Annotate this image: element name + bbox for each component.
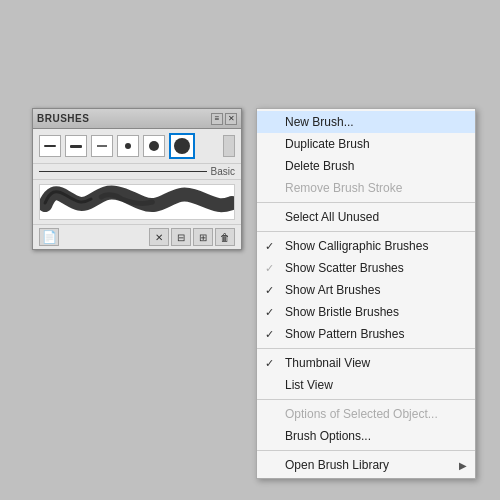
menu-item-show-calligraphic[interactable]: ✓Show Calligraphic Brushes [257, 235, 475, 257]
brushes-panel: BRUSHES ≡ ✕ B [32, 108, 242, 250]
menu-item-label-show-art: Show Art Brushes [285, 283, 380, 297]
duplicate-brush-btn[interactable]: ⊞ [193, 228, 213, 246]
move-brush-btn[interactable]: ⊟ [171, 228, 191, 246]
menu-item-label-show-pattern: Show Pattern Brushes [285, 327, 404, 341]
menu-item-new-brush[interactable]: New Brush... [257, 111, 475, 133]
brush-label-area: Basic [33, 164, 241, 180]
panel-toolbar: 📄 ✕ ⊟ ⊞ 🗑 [33, 224, 241, 249]
panel-titlebar: BRUSHES ≡ ✕ [33, 109, 241, 129]
menu-separator-12 [257, 399, 475, 400]
panel-close-btn[interactable]: ✕ [225, 113, 237, 125]
menu-check-thumbnail-view: ✓ [265, 357, 274, 370]
svg-point-4 [149, 141, 159, 151]
menu-item-label-open-brush-library: Open Brush Library [285, 458, 389, 472]
brush-category-label: Basic [211, 166, 235, 177]
menu-check-show-scatter: ✓ [265, 262, 274, 275]
context-menu: New Brush...Duplicate BrushDelete BrushR… [256, 108, 476, 479]
menu-item-brush-options[interactable]: Brush Options... [257, 425, 475, 447]
menu-item-label-list-view: List View [285, 378, 333, 392]
svg-point-3 [125, 143, 131, 149]
panel-controls: ≡ ✕ [211, 113, 237, 125]
menu-item-open-brush-library[interactable]: Open Brush Library▶ [257, 454, 475, 476]
menu-item-label-thumbnail-view: Thumbnail View [285, 356, 370, 370]
menu-separator-10 [257, 348, 475, 349]
menu-item-thumbnail-view[interactable]: ✓Thumbnail View [257, 352, 475, 374]
menu-item-options-selected: Options of Selected Object... [257, 403, 475, 425]
menu-item-remove-brush-stroke: Remove Brush Stroke [257, 177, 475, 199]
menu-item-delete-brush[interactable]: Delete Brush [257, 155, 475, 177]
brush-divider [39, 171, 207, 172]
panel-collapse-btn[interactable]: ≡ [211, 113, 223, 125]
panel-title: BRUSHES [37, 113, 89, 124]
new-brush-btn[interactable]: 📄 [39, 228, 59, 246]
delete-brush-btn[interactable]: ✕ [149, 228, 169, 246]
menu-item-duplicate-brush[interactable]: Duplicate Brush [257, 133, 475, 155]
menu-item-label-brush-options: Brush Options... [285, 429, 371, 443]
menu-item-label-duplicate-brush: Duplicate Brush [285, 137, 370, 151]
menu-item-show-art[interactable]: ✓Show Art Brushes [257, 279, 475, 301]
menu-check-show-bristle: ✓ [265, 306, 274, 319]
menu-arrow-open-brush-library: ▶ [459, 460, 467, 471]
menu-item-label-show-calligraphic: Show Calligraphic Brushes [285, 239, 428, 253]
brush-swatch-5[interactable] [143, 135, 165, 157]
menu-separator-4 [257, 202, 475, 203]
menu-check-show-art: ✓ [265, 284, 274, 297]
menu-separator-5 [257, 231, 475, 232]
brush-swatches [33, 129, 241, 164]
menu-item-label-options-selected: Options of Selected Object... [285, 407, 438, 421]
menu-brush-btn[interactable]: 🗑 [215, 228, 235, 246]
svg-rect-0 [44, 145, 56, 147]
menu-item-label-show-scatter: Show Scatter Brushes [285, 261, 404, 275]
brush-swatch-2[interactable] [65, 135, 87, 157]
menu-item-show-scatter[interactable]: ✓Show Scatter Brushes [257, 257, 475, 279]
menu-item-show-bristle[interactable]: ✓Show Bristle Brushes [257, 301, 475, 323]
svg-rect-1 [70, 145, 82, 148]
brush-swatch-6[interactable] [169, 133, 195, 159]
svg-point-5 [174, 138, 190, 154]
menu-item-label-delete-brush: Delete Brush [285, 159, 354, 173]
menu-separator-14 [257, 450, 475, 451]
brush-swatch-4[interactable] [117, 135, 139, 157]
menu-check-show-pattern: ✓ [265, 328, 274, 341]
menu-item-select-all-unused[interactable]: Select All Unused [257, 206, 475, 228]
brush-swatch-1[interactable] [39, 135, 61, 157]
swatch-scrollbar[interactable] [223, 135, 235, 157]
brush-stroke-preview [39, 184, 235, 220]
menu-item-list-view[interactable]: List View [257, 374, 475, 396]
menu-item-label-remove-brush-stroke: Remove Brush Stroke [285, 181, 402, 195]
menu-item-label-new-brush: New Brush... [285, 115, 354, 129]
brush-swatch-3[interactable] [91, 135, 113, 157]
menu-item-label-select-all-unused: Select All Unused [285, 210, 379, 224]
menu-check-show-calligraphic: ✓ [265, 240, 274, 253]
menu-item-show-pattern[interactable]: ✓Show Pattern Brushes [257, 323, 475, 345]
menu-item-label-show-bristle: Show Bristle Brushes [285, 305, 399, 319]
